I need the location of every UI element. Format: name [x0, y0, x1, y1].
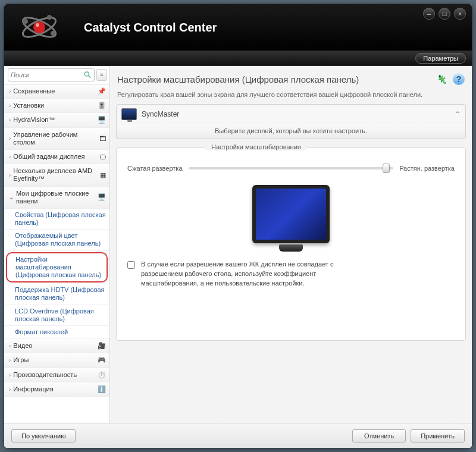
chevron-up-icon[interactable]: ⌃: [455, 110, 461, 118]
preset-icon: 🎚️: [93, 102, 106, 109]
sidebar-item-label: Несколько дисплеев AMD Eyefinity™: [13, 167, 93, 183]
sidebar-item-display-tasks[interactable]: › Общий задачи дисплея 🖵: [4, 150, 109, 164]
apply-button[interactable]: Применить: [411, 429, 465, 442]
sidebar-item-label: Мои цифровые плоские панели: [16, 190, 93, 205]
sidebar-sub-lcd-overdrive[interactable]: LCD Overdrive (Цифровая плоская панель): [4, 305, 109, 326]
monitor-preview: [127, 185, 455, 243]
app-window: Catalyst Control Center – □ × Параметры …: [4, 4, 472, 448]
gpu-scaling-checkbox-label: В случае если разрешение вашего ЖК диспл…: [141, 260, 343, 288]
monitor-preview-screen: [256, 189, 326, 240]
lizard-icon[interactable]: 🦎: [437, 74, 447, 84]
sidebar-item-label: Видео: [13, 342, 93, 350]
cancel-button[interactable]: Отменить: [352, 429, 406, 442]
chevron-right-icon: ›: [9, 357, 11, 363]
display-selector[interactable]: SyncMaster ⌃ Выберите дисплей, который в…: [116, 104, 466, 139]
gauge-icon: ⏱️: [93, 371, 106, 379]
maximize-button[interactable]: □: [439, 8, 450, 20]
chevron-right-icon: ›: [9, 88, 11, 95]
monitor-icon: [121, 108, 137, 120]
monitor-preview-frame: [252, 185, 330, 243]
display-selector-row: SyncMaster ⌃: [117, 105, 465, 124]
chevron-right-icon: ›: [9, 102, 11, 109]
sidebar-sub-label: Поддержка HDTV (Цифровая плоская панель): [15, 286, 106, 302]
sidebar-item-desktop-mgmt[interactable]: › Управление рабочим столом 🗔: [4, 128, 109, 150]
sidebar-item-eyefinity[interactable]: › Несколько дисплеев AMD Eyefinity™ ▦: [4, 164, 109, 186]
sidebar-sub-pixel-format[interactable]: Формат пикселей: [4, 326, 109, 339]
svg-point-6: [47, 15, 52, 20]
scaling-group: Настройки масштабирования Сжатая разверт…: [116, 147, 466, 341]
sidebar-item-label: Установки: [13, 102, 93, 109]
params-bar: Параметры: [4, 51, 472, 66]
sidebar-item-label: HydraVision™: [13, 116, 93, 124]
sidebar-sub-label: Отображаемый цвет (Цифровая плоская пане…: [15, 232, 106, 247]
page-title: Настройки масштабирования (Цифровая плос…: [117, 74, 359, 84]
sidebar-sub-label: Свойства (Цифровая плоская панель): [15, 211, 106, 227]
defaults-button[interactable]: По умолчанию: [11, 429, 76, 442]
window-controls: – □ ×: [423, 8, 466, 20]
group-title: Настройки масштабирования: [205, 143, 307, 150]
sidebar-sub-scaling[interactable]: Настройки масштабирования (Цифровая плос…: [6, 252, 108, 283]
sidebar-item-label: Информация: [13, 385, 93, 393]
sidebar: « › Сохраненные 📌 › Установки 🎚️ › Hydra…: [4, 66, 110, 423]
app-title: Catalyst Control Center: [84, 21, 217, 34]
slider-min-label: Сжатая развертка: [127, 165, 183, 172]
sidebar-sub-color[interactable]: Отображаемый цвет (Цифровая плоская пане…: [4, 230, 109, 250]
svg-point-5: [51, 31, 55, 36]
sidebar-item-hydravision[interactable]: › HydraVision™ 🖥️: [4, 113, 109, 127]
info-icon: ℹ️: [93, 385, 106, 393]
chevron-right-icon: ›: [9, 372, 11, 378]
gpu-scaling-checkbox[interactable]: [127, 261, 135, 269]
sidebar-item-info[interactable]: › Информация ℹ️: [4, 382, 109, 397]
svg-point-4: [23, 19, 28, 24]
collapse-sidebar-button[interactable]: «: [96, 69, 107, 81]
chevron-right-icon: ›: [9, 153, 11, 160]
search-row: «: [4, 66, 109, 84]
gamepad-icon: 🎮: [93, 356, 106, 364]
sidebar-item-label: Сохраненные: [13, 87, 93, 95]
sidebar-sub-hdtv[interactable]: Поддержка HDTV (Цифровая плоская панель): [4, 284, 109, 305]
display-icon: 🖥️: [93, 116, 106, 124]
sidebar-item-label: Управление рабочим столом: [13, 131, 93, 146]
scaling-slider[interactable]: [189, 167, 394, 170]
svg-point-3: [36, 23, 39, 27]
app-logo: [12, 11, 66, 43]
chevron-right-icon: ›: [9, 386, 11, 393]
title-bar: Catalyst Control Center – □ ×: [4, 4, 472, 51]
svg-line-8: [89, 76, 91, 78]
sidebar-item-label: Производительность: [13, 371, 93, 379]
slider-max-label: Растян. развертка: [399, 165, 455, 172]
sidebar-item-video[interactable]: › Видео 🎥: [4, 339, 109, 353]
footer: По умолчанию Отменить Применить: [4, 423, 472, 448]
sidebar-item-games[interactable]: › Игры 🎮: [4, 353, 109, 368]
monitor-icon: 🖵: [93, 153, 106, 161]
sidebar-item-saved[interactable]: › Сохраненные 📌: [4, 84, 109, 99]
sidebar-item-performance[interactable]: › Производительность ⏱️: [4, 368, 109, 382]
parameters-button[interactable]: Параметры: [415, 53, 466, 64]
svg-point-7: [85, 72, 89, 76]
minimize-button[interactable]: –: [423, 8, 435, 20]
pin-icon: 📌: [93, 87, 106, 95]
flat-panel-icon: 🖥️: [93, 193, 106, 201]
sidebar-sub-label: Формат пикселей: [15, 328, 68, 336]
gpu-scaling-checkbox-row: В случае если разрешение вашего ЖК диспл…: [127, 260, 455, 288]
sidebar-item-presets[interactable]: › Установки 🎚️: [4, 99, 109, 113]
sidebar-item-flat-panels[interactable]: ⌄ Мои цифровые плоские панели 🖥️: [4, 187, 109, 209]
nav-tree: › Сохраненные 📌 › Установки 🎚️ › HydraVi…: [4, 84, 109, 423]
help-icon[interactable]: ?: [453, 73, 465, 85]
search-input[interactable]: [11, 71, 84, 79]
sidebar-item-label: Игры: [13, 356, 93, 364]
sidebar-sub-label: LCD Overdrive (Цифровая плоская панель): [15, 307, 106, 323]
sidebar-sub-properties[interactable]: Свойства (Цифровая плоская панель): [4, 209, 109, 230]
desktop-icon: 🗔: [93, 135, 106, 142]
page-header: Настройки масштабирования (Цифровая плос…: [116, 71, 466, 91]
page-description: Регулировать края вашей зоны экрана для …: [116, 91, 466, 104]
main-content: Настройки масштабирования (Цифровая плос…: [110, 66, 472, 423]
atom-logo-icon: [18, 11, 60, 43]
multi-display-icon: ▦: [93, 171, 106, 179]
camera-icon: 🎥: [93, 342, 106, 350]
close-button[interactable]: ×: [454, 8, 466, 20]
slider-thumb[interactable]: [383, 164, 390, 173]
body: « › Сохраненные 📌 › Установки 🎚️ › Hydra…: [4, 66, 472, 423]
search-box[interactable]: [8, 68, 95, 81]
scaling-slider-row: Сжатая развертка Растян. развертка: [127, 165, 455, 172]
